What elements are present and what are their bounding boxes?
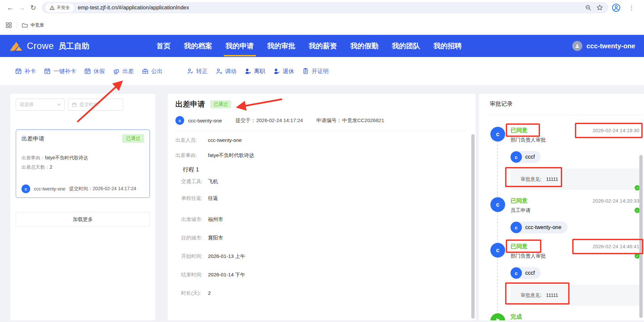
action-label: 出差: [122, 67, 134, 75]
action-label: 休假: [94, 67, 105, 75]
field-row: 时长(天): 2: [175, 290, 467, 298]
submit-date-input[interactable]: 提交时间: [68, 99, 123, 111]
folder-icon: [22, 22, 28, 28]
approver-tag: ccccf: [511, 151, 541, 163]
divider: [490, 115, 644, 115]
refresh-icon[interactable]: ↻: [28, 2, 39, 13]
security-chip[interactable]: 不安全: [46, 3, 74, 12]
load-more-button[interactable]: 加载更多: [16, 212, 150, 227]
field-label: 目的城市:: [181, 235, 208, 242]
action-label: 公出: [151, 67, 163, 75]
detail-meta-row: c ccc-twenty-one 提交于：2026-02-24 14:17:24…: [175, 116, 467, 125]
card-days: 出差总天数：2: [21, 164, 144, 170]
action-retirement[interactable]: 退休: [273, 67, 294, 75]
nav-my-attendance[interactable]: 我的假勤: [350, 35, 379, 57]
approval-entry: c ✓ 已同意 2026-02-24 14:19:30 部门负责人审批 cccc…: [490, 126, 639, 190]
action-official-business[interactable]: 公出: [142, 67, 163, 75]
field-row: 出发城市: 福州市: [175, 216, 467, 224]
star-icon[interactable]: [596, 4, 603, 11]
card-footer: c ccc-twenty-one 提交时间：2026-02-24 14:17:2…: [21, 184, 136, 193]
approval-status: 已同意: [511, 243, 528, 250]
menu-icon[interactable]: ⋮: [626, 2, 637, 13]
avatar: c: [511, 222, 522, 233]
nav-home[interactable]: 首页: [156, 35, 171, 57]
user-menu[interactable]: ccc-twenty-one: [572, 41, 644, 51]
approval-step: 部门负责人审批: [511, 137, 639, 144]
person-leave-icon: [245, 68, 251, 74]
approval-scrollbar[interactable]: [639, 155, 643, 318]
action-certificate[interactable]: 开证明: [302, 67, 329, 75]
trip-fields: 交通工具: 飞机 单程往返: 往返 出发城市: 福州市 目的城市: 襄阳市: [175, 178, 467, 298]
document-icon: [302, 68, 309, 74]
action-one-key-card-replacement[interactable]: 一键补卡: [44, 67, 76, 75]
user-avatar: [572, 41, 582, 51]
action-transfer[interactable]: 调动: [216, 67, 236, 75]
detail-user: ccc-twenty-one: [188, 118, 222, 123]
url-text[interactable]: emp-test.zjf-it.cn/#/application/applica…: [78, 5, 585, 11]
approval-status: 已同意: [511, 126, 528, 134]
detail-title: 出差申请: [175, 99, 205, 109]
submitted-at: 提交于：2026-02-24 14:17:24: [235, 117, 303, 124]
app-no-value: 中竞发CC2026821: [342, 117, 384, 124]
field-row: 交通工具: 飞机: [175, 178, 467, 186]
approval-time: 2026-02-24 14:46:41: [593, 244, 639, 249]
nav-my-recruiting[interactable]: 我的招聘: [433, 35, 463, 57]
logo[interactable]: Crowe 员工自助: [0, 40, 90, 52]
field-label: 结束时间:: [181, 272, 208, 279]
action-business-trip[interactable]: 出差: [113, 67, 134, 75]
address-bar[interactable]: 不安全 emp-test.zjf-it.cn/#/application/app…: [42, 2, 608, 13]
application-detail-panel: 出差申请 已通过 c ccc-twenty-one 提交于：2026-02-24…: [168, 94, 476, 320]
app-header: Crowe 员工自助 首页 我的档案 我的申请 我的审批 我的薪资 我的假勤 我…: [0, 35, 644, 57]
action-card-replacement[interactable]: 补卡: [15, 67, 36, 75]
browser-toolbar: ← → ↻ 不安全 emp-test.zjf-it.cn/#/applicati…: [0, 0, 644, 15]
app-name: 员工自助: [59, 41, 90, 51]
calendar-check-icon: [44, 68, 51, 74]
calendar-icon: [72, 102, 77, 107]
forward-icon[interactable]: →: [16, 2, 28, 13]
action-resignation[interactable]: 离职: [245, 67, 265, 75]
application-card[interactable]: 出差申请 已通过 出差事由：fatye不负时代歌诗达 出差总天数：2 c ccc…: [16, 129, 150, 198]
nav-my-applications[interactable]: 我的申请: [225, 35, 255, 57]
action-label: 调动: [225, 67, 236, 75]
avatar: c: [490, 127, 505, 142]
detail-scrollbar[interactable]: [471, 134, 475, 319]
bookmark-folder[interactable]: 中竞发: [22, 22, 44, 28]
approval-comment: 审批意见: 11111: [511, 168, 639, 190]
comment-value: 11111: [546, 292, 558, 298]
main-nav: 首页 我的档案 我的申请 我的审批 我的薪资 我的假勤 我的团队 我的招聘: [156, 35, 463, 57]
profile-icon[interactable]: [612, 3, 621, 12]
nav-my-team[interactable]: 我的团队: [391, 35, 421, 57]
action-leave[interactable]: 休假: [84, 67, 105, 75]
action-regularization[interactable]: 转正: [187, 67, 208, 75]
nav-my-approvals[interactable]: 我的审批: [267, 35, 296, 57]
approval-step: 员工申请: [511, 207, 639, 215]
nav-my-profile[interactable]: 我的档案: [183, 35, 213, 57]
field-row: 结束时间: 2026-01-14 下午: [175, 272, 467, 279]
apps-grid-icon[interactable]: [5, 22, 12, 29]
approver-name: ccc-twenty-one: [525, 224, 561, 230]
field-label: 开始时间:: [181, 253, 208, 261]
nav-my-salary[interactable]: 我的薪资: [308, 35, 338, 57]
action-label: 一键补卡: [53, 67, 76, 75]
type-select[interactable]: 请选择: [16, 99, 65, 111]
field-row: 目的城市: 襄阳市: [175, 235, 467, 242]
card-reason: 出差事由：fatye不负时代歌诗达: [21, 154, 144, 161]
approval-comment: 审批意见: 11111: [511, 284, 639, 306]
avatar: c: [21, 184, 30, 193]
days-value: 2: [50, 164, 52, 170]
submit-label: 提交时间：: [69, 186, 93, 191]
calendar-icon: [84, 68, 91, 74]
zoom-icon[interactable]: [585, 4, 592, 11]
approval-time: 2026-02-24 14:19:30: [593, 127, 639, 133]
calendar-check-icon: [15, 68, 22, 74]
chevron-down-icon: [57, 103, 61, 106]
submit-time: 2026-02-24 14:17:24: [93, 186, 136, 191]
application-number: 申请编号：中竞发CC2026821: [316, 117, 384, 124]
crowe-logo-icon: [9, 40, 23, 52]
person-arrow-icon: [216, 68, 222, 74]
filter-row: 请选择 提交时间: [16, 99, 150, 111]
field-value: 2: [208, 290, 211, 298]
back-icon[interactable]: ←: [5, 2, 16, 13]
field-label: 时长(天):: [181, 290, 208, 298]
divider: [17, 22, 17, 29]
